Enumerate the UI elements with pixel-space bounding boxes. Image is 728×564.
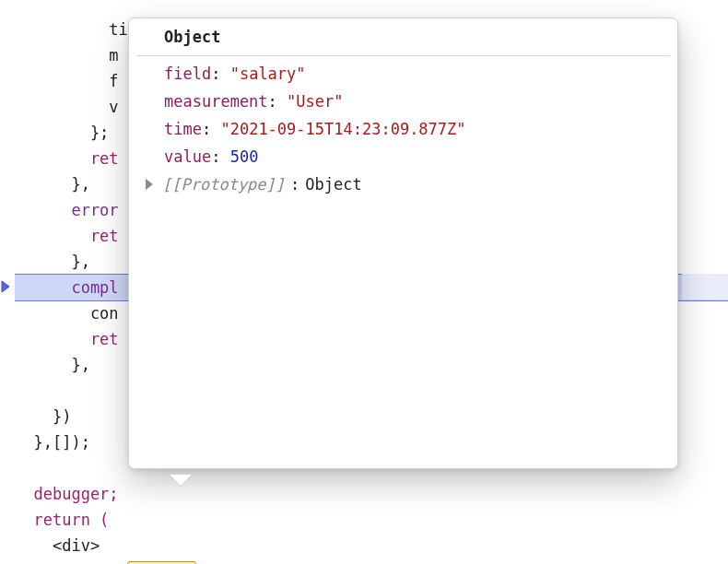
- tooltip-tail-icon: [170, 469, 192, 482]
- code-line: error: [15, 201, 119, 219]
- code-line: m: [15, 46, 119, 65]
- property-name: field: [164, 61, 211, 87]
- code-line: };: [15, 123, 109, 142]
- code-line: ret: [15, 227, 119, 245]
- code-line: },: [15, 175, 90, 194]
- property-name: time: [164, 116, 202, 142]
- property-value: "User": [287, 88, 343, 114]
- code-line: },[]);: [15, 433, 90, 452]
- property-value: 500: [230, 144, 259, 170]
- code-line: f: [15, 72, 119, 90]
- code-line: debugger;: [15, 485, 119, 503]
- code-line: return (: [15, 511, 109, 529]
- code-line: <div>: [15, 536, 100, 555]
- value-tooltip[interactable]: Object field: "salary" measurement: "Use…: [128, 18, 678, 469]
- tooltip-separator: [136, 55, 670, 56]
- property-row[interactable]: time: "2021-09-15T14:23:09.877Z": [136, 115, 670, 143]
- prototype-key: [[Prototype]]: [162, 171, 285, 197]
- property-value: "salary": [230, 61, 306, 87]
- property-row[interactable]: value: 500: [136, 143, 670, 170]
- code-line: ret: [15, 330, 119, 348]
- prototype-value: Object: [305, 171, 361, 197]
- code-line: },: [15, 253, 90, 271]
- prototype-row[interactable]: [[Prototype]]: Object: [136, 170, 670, 198]
- property-name: value: [164, 144, 211, 170]
- property-row[interactable]: field: "salary": [136, 60, 670, 88]
- property-value: "2021-09-15T14:23:09.877Z": [220, 116, 465, 142]
- tooltip-body: field: "salary" measurement: "User" time…: [129, 60, 677, 198]
- code-line: },: [15, 356, 90, 374]
- expand-triangle-icon[interactable]: [146, 179, 153, 190]
- execution-pointer-icon: [0, 274, 13, 300]
- code-line: ret: [15, 149, 119, 168]
- property-row[interactable]: measurement: "User": [136, 88, 670, 115]
- code-line: }): [15, 407, 71, 426]
- code-line: con: [15, 304, 119, 323]
- code-line: v: [15, 98, 119, 116]
- code-line: compl: [15, 278, 119, 297]
- property-name: measurement: [164, 88, 268, 114]
- tooltip-title: Object: [129, 18, 677, 53]
